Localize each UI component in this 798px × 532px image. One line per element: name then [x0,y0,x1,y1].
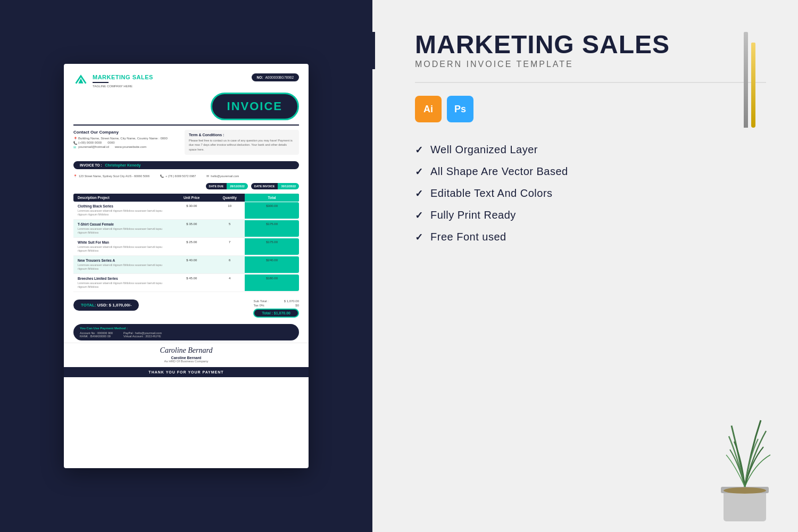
total-box: TOTAL: USD: $ 1,070,00/- [73,300,139,311]
pen-1 [744,32,748,128]
table-row: New Trousers Series A Loremses asuaraser… [73,256,299,274]
client-phone-icon: 📞 [160,174,164,178]
totals-section: TOTAL: USD: $ 1,070,00/- Sub Total : $ 1… [64,295,309,322]
plant-svg [692,372,798,532]
feature-text: Well Organized Layer [430,144,538,156]
feature-item: ✓ Well Organized Layer [415,144,766,156]
svg-rect-0 [724,489,766,521]
table-row: Clothing Black Series Loremses asuaraser… [73,202,299,220]
date-due-badge: DATE DUE 26/12/2022 [206,183,248,189]
signature-role: As HRD Of Business Company [164,360,208,363]
pen-2 [751,43,755,128]
bill-label: INVOICE TO : [80,163,102,167]
total-summary: Sub Total : $ 1,070.00 Tax 0%: $0 Total … [253,300,299,318]
subtotal-row: Sub Total : $ 1,070.00 [253,300,299,303]
invoice-title-section: INVOICE [64,93,309,124]
check-icon: ✓ [415,188,423,200]
company-tagline: TAGLINE COMPANY HERE [93,85,153,88]
location-icon: 📍 [73,137,77,140]
company-name: MARKETING SALES [93,74,153,80]
client-address-section: 📍 123 Street Name, Sydney Scut City AUS … [64,171,309,181]
plant-decoration [692,372,798,532]
payment-section: You Can Use Payment Method : Account No … [73,324,299,340]
date-invoice-badge: DATE INVOICE 30/12/2022 [251,183,299,189]
invoice-document: MARKETING SALES TAGLINE COMPANY HERE NO:… [64,64,309,468]
phone-icon: 📞 [73,141,77,144]
table-body: Clothing Black Series Loremses asuaraser… [73,202,299,292]
check-icon: ✓ [415,210,423,221]
badge-illustrator: Ai [415,96,442,122]
address-icon: 📍 [73,174,77,178]
features-list: ✓ Well Organized Layer ✓ All Shape Are V… [415,144,766,243]
client-email: ✉ hello@youremail.com [206,174,239,178]
contact-info: Contact Our Company 📍 Building Name, Str… [73,130,179,155]
payment-account: Account No : 000006 900 RANK : BANK00000… [80,331,113,338]
company-info: MARKETING SALES TAGLINE COMPANY HERE [93,74,153,88]
invoice-title: INVOICE [211,93,299,120]
terms-box: Term & Conditions : Please feel free to … [185,130,299,155]
bill-name: Christopher Kenedy [105,163,140,167]
signature-section: Caroline Bernard Caroline Bernard As HRD… [64,343,309,367]
check-icon: ✓ [415,166,423,178]
badge-photoshop: Ps [447,96,473,122]
invoice-header: MARKETING SALES TAGLINE COMPANY HERE NO:… [64,64,309,93]
product-title: MARKETING SALES [415,32,766,57]
feature-text: Free Font used [430,231,506,243]
table-row: Breeches Limited Series Loremses asuaras… [73,274,299,292]
payment-paypal: PayPal : hello@yourmail.com Virtual Acco… [123,331,162,338]
feature-item: ✓ Free Font used [415,231,766,243]
check-icon: ✓ [415,144,423,156]
bill-to-section: INVOICE TO : Christopher Kenedy [73,161,299,169]
contact-phone: 📞 (+00) 0000 0000 0000 [73,141,179,144]
invoice-table: Description Project Unit Price Quantity … [73,194,299,292]
invoice-number-box: NO: A000000BG78902 [252,73,299,81]
check-icon: ✓ [415,231,423,243]
feature-item: ✓ Fully Print Ready [415,209,766,221]
client-email-icon: ✉ [206,174,209,178]
contact-title: Contact Our Company [73,130,179,135]
payment-title: You Can Use Payment Method : [80,327,293,330]
dates-row: DATE DUE 26/12/2022 DATE INVOICE 30/12/2… [64,181,309,194]
payment-methods: Account No : 000006 900 RANK : BANK00000… [80,331,293,338]
email-icon: ✉ [73,145,77,148]
client-phone: 📞 + (78 ) 6009 5072 0987 [160,174,196,178]
accent-bar [372,32,375,69]
right-title-group: MARKETING SALES MODERN INVOICE TEMPLATE [404,32,766,69]
right-panel: MARKETING SALES MODERN INVOICE TEMPLATE … [372,0,798,532]
left-panel: MARKETING SALES TAGLINE COMPANY HERE NO:… [0,0,372,532]
table-row: White Suit For Man Loremses asuaraser wl… [73,238,299,256]
terms-text: Please feel free to contact us in case o… [189,138,295,152]
invoice-footer: THANK YOU FOR YOUR PAYMENT [64,367,309,377]
pen-decoration [744,32,755,128]
tax-row: Tax 0%: $0 [253,304,299,307]
table-header: Description Project Unit Price Quantity … [73,194,299,202]
terms-title: Term & Conditions : [189,133,295,137]
client-address: 📍 123 Street Name, Sydney Scut City AUS … [73,174,149,178]
table-row: T-Shirt Casual Female Loremses asuaraser… [73,220,299,238]
contact-email: ✉ youremail@hotmail.id www.yourwebsite.c… [73,145,179,148]
logo-icon [73,73,88,88]
feature-item: ✓ All Shape Are Vector Based [415,165,766,178]
signature-script: Caroline Bernard [160,346,213,355]
logo-section: MARKETING SALES TAGLINE COMPANY HERE [73,73,153,88]
grand-total: Total : $1,070.00 [253,309,299,318]
signature-name: Caroline Bernard [171,356,202,360]
contact-section: Contact Our Company 📍 Building Name, Str… [64,130,309,159]
feature-text: Editable Text And Colors [430,187,553,200]
feature-item: ✓ Editable Text And Colors [415,187,766,200]
right-divider [415,82,766,83]
product-subtitle: MODERN INVOICE TEMPLATE [415,60,766,69]
feature-text: All Shape Are Vector Based [430,165,568,178]
software-badges: Ai Ps [415,96,766,122]
feature-text: Fully Print Ready [430,209,516,221]
header-divider [73,124,299,126]
contact-address: 📍 Building Name, Street Name, City Name,… [73,137,179,140]
svg-point-2 [724,487,766,494]
